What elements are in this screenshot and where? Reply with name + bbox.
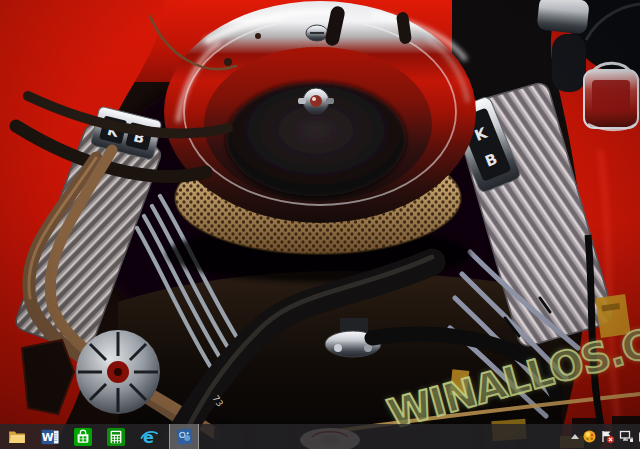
master-cylinder-cap	[584, 63, 638, 130]
store-icon	[74, 428, 92, 446]
wallpaper-engine-photo: K B K B	[0, 0, 640, 449]
running-app-icon	[176, 428, 193, 445]
taskbar: W	[0, 424, 640, 449]
action-center-tray-icon[interactable]	[600, 424, 615, 449]
color-ball-tray-icon[interactable]	[583, 424, 596, 449]
ignition-coil	[552, 34, 586, 92]
system-tray	[571, 424, 640, 449]
taskbar-pinned-apps: W	[0, 424, 202, 449]
ie-glyph: e	[143, 428, 154, 446]
air-cleaner	[164, 1, 476, 282]
desktop: K B K B	[0, 0, 640, 449]
word-icon: W	[41, 428, 59, 446]
file-explorer-button[interactable]	[4, 424, 30, 449]
word-glyph: W	[42, 430, 54, 443]
wired-network-icon	[619, 429, 634, 444]
flag-error-icon	[600, 429, 615, 444]
chevron-up-icon	[571, 434, 579, 439]
file-explorer-icon	[8, 428, 26, 446]
word-button[interactable]: W	[37, 424, 63, 449]
calculator-button[interactable]	[103, 424, 129, 449]
network-tray-icon[interactable]	[619, 424, 634, 449]
silver-canister	[536, 0, 589, 35]
hidden-icons-chevron[interactable]	[571, 424, 579, 449]
lid-top-stud	[306, 25, 328, 41]
internet-explorer-icon: e	[140, 428, 158, 446]
calculator-icon	[107, 428, 125, 446]
internet-explorer-button[interactable]: e	[136, 424, 162, 449]
store-button[interactable]	[70, 424, 96, 449]
air-cleaner-lid	[164, 1, 476, 223]
running-app-button[interactable]	[169, 424, 199, 449]
alternator	[76, 330, 160, 414]
color-ball-icon	[583, 430, 596, 443]
